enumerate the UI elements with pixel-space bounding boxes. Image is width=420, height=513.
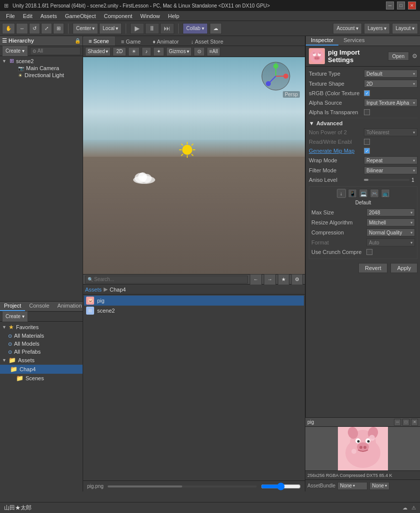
advanced-section-header[interactable]: ▼ Advanced — [309, 118, 417, 127]
move-tool-button[interactable]: ↔ — [16, 23, 28, 34]
max-size-dropdown[interactable]: 2048 ▾ — [366, 208, 415, 216]
lighting-button[interactable]: ☀ — [128, 47, 140, 56]
hierarchy-create-button[interactable]: Create ▾ — [2, 46, 28, 57]
wrap-mode-dropdown[interactable]: Repeat ▾ — [364, 156, 417, 164]
texture-shape-dropdown[interactable]: 2D ▾ — [364, 80, 417, 88]
pause-button[interactable]: ⏸ — [145, 23, 159, 34]
asset-search-input[interactable] — [94, 277, 245, 282]
platform-tv-icon[interactable]: 📺 — [381, 189, 390, 198]
close-button[interactable]: ✕ — [408, 2, 416, 10]
filter-mode-dropdown[interactable]: Bilinear ▾ — [364, 166, 417, 174]
menu-gameobject[interactable]: GameObject — [61, 12, 100, 20]
platform-mobile-icon[interactable]: 📱 — [348, 189, 357, 198]
read-write-checkbox[interactable] — [364, 139, 370, 145]
menu-file[interactable]: File — [2, 12, 19, 20]
asset-bundle-dropdown2[interactable]: None ▾ — [369, 482, 389, 490]
shaded-dropdown[interactable]: Shaded ▾ — [85, 47, 111, 56]
favorites-folder[interactable]: ▼ ★ Favorites — [0, 323, 83, 332]
layers-button[interactable]: Layers ▾ — [364, 23, 390, 34]
rotate-tool-button[interactable]: ↺ — [29, 23, 40, 34]
local-button[interactable]: Local ▾ — [99, 23, 122, 34]
hierarchy-item-main-camera[interactable]: 📷 Main Camera — [0, 65, 83, 72]
crunch-checkbox[interactable] — [366, 249, 372, 255]
inspector-open-button[interactable]: Open — [388, 52, 409, 61]
revert-button[interactable]: Revert — [358, 263, 387, 273]
all-models-item[interactable]: ⊙ All Models — [0, 340, 83, 348]
menu-help[interactable]: Help — [164, 12, 183, 20]
unity-logo-icon: ⊞ — [4, 3, 9, 9]
tab-asset-store[interactable]: ↓ Asset Store — [185, 37, 229, 46]
tab-scene[interactable]: ≡ Scene — [83, 37, 115, 46]
generate-mip-label[interactable]: Generate Mip Map — [309, 148, 364, 154]
tab-animation[interactable]: Animation — [54, 302, 86, 311]
alpha-transparent-checkbox[interactable] — [364, 109, 370, 115]
path-chap4[interactable]: Chap4 — [110, 287, 126, 293]
pig-preview-maximize[interactable]: □ — [402, 419, 409, 426]
all-dropdown[interactable]: ≡All — [207, 47, 220, 56]
account-button[interactable]: Account ▾ — [333, 23, 362, 34]
menu-component[interactable]: Component — [100, 12, 136, 20]
apply-button[interactable]: Apply — [390, 263, 417, 273]
asset-zoom-slider[interactable] — [261, 483, 301, 489]
tab-project[interactable]: Project — [0, 302, 25, 311]
layout-button[interactable]: Layout ▾ — [392, 23, 418, 34]
effects-button[interactable]: ✦ — [153, 47, 164, 56]
tab-inspector[interactable]: Inspector — [306, 36, 338, 46]
tab-console[interactable]: Console — [25, 302, 53, 311]
pivot-button[interactable]: Center ▾ — [73, 23, 98, 34]
collab-button[interactable]: Collab ▾ — [183, 23, 208, 34]
platform-desktop-icon[interactable]: 💻 — [359, 189, 368, 198]
pig-preview-content — [305, 427, 420, 470]
asset-browse-forward[interactable]: → — [264, 274, 276, 285]
tab-services[interactable]: Services — [338, 36, 369, 46]
rect-tool-button[interactable]: ⊞ — [53, 23, 64, 34]
non-power-dropdown[interactable]: ToNearest ▾ — [364, 128, 417, 136]
hand-tool-button[interactable]: ✋ — [2, 23, 15, 34]
pig-preview-minimize[interactable]: ─ — [394, 419, 401, 426]
project-create-button[interactable]: Create ▾ — [2, 311, 28, 322]
asset-browse-back[interactable]: ← — [250, 274, 262, 285]
platform-console-icon[interactable]: 🎮 — [370, 189, 379, 198]
asset-browse-star[interactable]: ★ — [278, 274, 289, 285]
asset-bundle-dropdown1[interactable]: None ▾ — [337, 482, 367, 490]
gizmos-dropdown[interactable]: Gizmos ▾ — [166, 47, 192, 56]
chap4-folder[interactable]: 📁 Chap4 — [0, 365, 83, 374]
2d-button[interactable]: 2D — [113, 47, 126, 56]
scale-tool-button[interactable]: ⤢ — [41, 23, 52, 34]
search-scene-button[interactable]: ⊙ — [194, 47, 205, 56]
menu-window[interactable]: Window — [136, 12, 164, 20]
all-prefabs-item[interactable]: ⊙ All Prefabs — [0, 348, 83, 356]
play-button[interactable]: ▶ — [130, 23, 144, 34]
maximize-button[interactable]: □ — [397, 2, 405, 10]
menu-assets[interactable]: Assets — [37, 12, 61, 20]
step-button[interactable]: ⏭ — [160, 23, 174, 34]
menu-edit[interactable]: Edit — [19, 12, 37, 20]
inspector-settings-icon[interactable]: ⚙ — [412, 53, 417, 60]
hierarchy-item-directional-light[interactable]: ☀ Directional Light — [0, 72, 83, 79]
tab-game[interactable]: ≡ Game — [116, 37, 146, 46]
resize-dropdown[interactable]: Mitchell ▾ — [366, 218, 415, 226]
asset-item-pig[interactable]: 🐷 pig — [84, 296, 304, 306]
pig-preview-close[interactable]: ✕ — [411, 419, 418, 426]
scenes-folder[interactable]: 📁 Scenes — [0, 374, 83, 383]
alpha-source-dropdown[interactable]: Input Texture Alpha ▾ — [364, 99, 417, 107]
audio-button[interactable]: ♪ — [142, 47, 151, 56]
cloud-button[interactable]: ☁ — [210, 23, 222, 34]
asset-item-scene2[interactable]: ⊞ scene2 — [84, 306, 304, 316]
hierarchy-panel: ☰ Hierarchy 🔒 Create ▾ ⊙ All ▼ ⊞ scene2 — [0, 36, 83, 301]
path-assets[interactable]: Assets — [85, 287, 102, 293]
minimize-button[interactable]: ─ — [386, 2, 394, 10]
svg-point-28 — [315, 58, 317, 59]
assets-folder[interactable]: ▼ 📁 Assets — [0, 356, 83, 365]
asset-browse-settings[interactable]: ⚙ — [291, 274, 303, 285]
format-dropdown[interactable]: Auto ▾ — [366, 238, 415, 246]
platform-default-icon[interactable]: ↓ — [337, 189, 346, 198]
hierarchy-item-scene2[interactable]: ▼ ⊞ scene2 — [0, 57, 83, 65]
scene-view[interactable]: Y X Z Persp — [83, 57, 305, 274]
generate-mip-checkbox[interactable]: ✓ — [364, 148, 370, 154]
texture-type-dropdown[interactable]: Default ▾ — [364, 70, 417, 78]
all-materials-item[interactable]: ⊙ All Materials — [0, 332, 83, 340]
srgb-checkbox[interactable]: ✓ — [364, 90, 370, 96]
tab-animator[interactable]: ♦ Animator — [147, 37, 184, 46]
compression-dropdown[interactable]: Normal Quality ▾ — [366, 228, 415, 236]
